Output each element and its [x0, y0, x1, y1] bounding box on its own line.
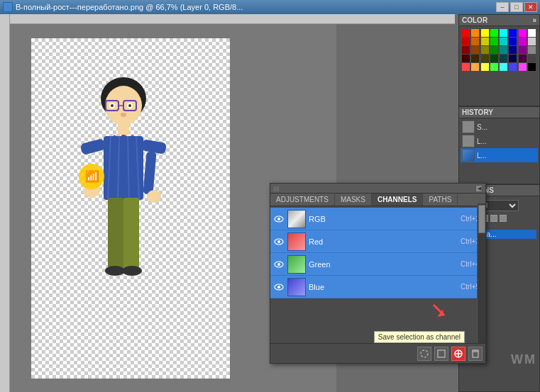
tab-masks[interactable]: MASKS [335, 194, 372, 206]
color-swatch[interactable] [462, 38, 470, 45]
tab-paths[interactable]: PATHS [423, 194, 458, 206]
color-swatch[interactable] [509, 46, 517, 54]
color-panel-title: COLOR [462, 16, 487, 24]
tab-adjustments[interactable]: ADJUSTMENTS [270, 194, 335, 206]
color-swatch[interactable] [481, 46, 489, 54]
eye-icon-blue[interactable] [273, 281, 285, 293]
channel-name-red: Red [309, 237, 458, 246]
color-swatch[interactable] [519, 29, 527, 37]
color-swatch[interactable] [528, 38, 536, 45]
color-swatch[interactable] [509, 38, 517, 45]
color-swatch[interactable] [481, 63, 489, 71]
history-thumb-3 [462, 149, 475, 162]
color-swatch[interactable] [462, 46, 470, 54]
color-swatch[interactable] [500, 29, 507, 37]
scrollbar-thumb[interactable] [478, 205, 485, 233]
eye-icon-rgb[interactable] [273, 213, 285, 225]
svg-point-27 [122, 266, 142, 276]
minimize-button[interactable]: – [496, 2, 509, 12]
color-swatch[interactable] [462, 29, 470, 37]
color-swatch[interactable] [490, 55, 498, 62]
svg-point-38 [421, 350, 428, 357]
eye-icon-green[interactable] [273, 259, 285, 270]
save-selection-tooltip: Save selection as channel [374, 331, 465, 343]
color-swatch[interactable] [471, 46, 479, 54]
load-channel-button[interactable] [417, 347, 431, 361]
close-button[interactable]: ✕ [524, 2, 537, 12]
svg-line-46 [434, 305, 444, 315]
svg-rect-25 [123, 198, 139, 269]
color-swatch[interactable] [519, 46, 527, 54]
panel-scrollbar[interactable] [477, 203, 485, 343]
color-panel-expand[interactable]: » [532, 16, 536, 24]
svg-point-31 [277, 218, 280, 220]
history-panel: HISTORY S... L... L... [458, 106, 540, 184]
channel-options-button[interactable] [434, 347, 448, 361]
color-swatch[interactable] [528, 46, 536, 54]
svg-point-29 [147, 190, 161, 203]
color-swatch[interactable] [509, 63, 517, 71]
color-swatch[interactable] [528, 29, 536, 37]
channel-row-green[interactable]: Green Ctrl+4 [270, 253, 485, 276]
color-swatch[interactable] [500, 55, 507, 62]
channel-thumb-rgb [287, 210, 306, 228]
lock-image-icon[interactable] [490, 215, 497, 222]
color-swatch[interactable] [528, 55, 536, 62]
color-swatch[interactable] [500, 63, 507, 71]
channels-panel: |||| ◀ ADJUSTMENTS MASKS CHANNELS PATHS … [270, 183, 486, 364]
color-swatch[interactable] [462, 55, 470, 62]
color-swatch[interactable] [519, 63, 527, 71]
channel-row-red[interactable]: Red Ctrl+3 [270, 230, 485, 253]
color-swatch[interactable] [471, 29, 479, 37]
delete-channel-button[interactable] [468, 347, 483, 361]
color-swatch[interactable] [490, 38, 498, 45]
eye-icon-red[interactable] [273, 236, 285, 247]
color-swatch[interactable] [481, 55, 489, 62]
color-swatch[interactable] [500, 46, 507, 54]
color-swatch[interactable] [500, 38, 507, 45]
svg-point-33 [277, 240, 280, 243]
channel-thumb-blue [287, 278, 306, 296]
color-swatch[interactable] [509, 29, 517, 37]
panel-collapse-button[interactable]: ◀ [475, 185, 483, 192]
channel-thumb-green [287, 255, 306, 274]
history-thumb-1 [462, 121, 475, 133]
svg-rect-24 [108, 198, 123, 269]
color-swatch[interactable] [528, 63, 536, 71]
character-svg: 📶 [53, 60, 194, 371]
color-swatch[interactable] [471, 55, 479, 62]
color-swatch[interactable] [490, 63, 498, 71]
color-swatch[interactable] [490, 46, 498, 54]
history-item[interactable]: S... [461, 120, 538, 134]
color-swatch[interactable] [481, 29, 489, 37]
panel-bottom-bar: Save selection as channel [270, 343, 485, 363]
svg-point-9 [121, 113, 126, 117]
channel-name-rgb: RGB [309, 215, 458, 223]
channel-list: RGB Ctrl+2 Red Ctrl+3 Gr [270, 206, 485, 300]
save-selection-button[interactable]: Save selection as channel [451, 347, 465, 361]
color-swatch[interactable] [519, 38, 527, 45]
color-swatch[interactable] [462, 63, 470, 71]
svg-rect-19 [80, 138, 106, 155]
svg-marker-47 [437, 310, 444, 317]
svg-point-8 [128, 104, 131, 107]
tab-channels[interactable]: CHANNELS [372, 194, 424, 206]
color-swatch[interactable] [481, 38, 489, 45]
color-swatch[interactable] [519, 55, 527, 62]
history-item[interactable]: L... [461, 134, 538, 148]
history-panel-title: HISTORY [462, 108, 493, 116]
color-swatch[interactable] [471, 63, 479, 71]
channel-row-blue[interactable]: Blue Ctrl+5 [270, 276, 485, 298]
history-item-active[interactable]: L... [461, 148, 538, 162]
lock-position-icon[interactable] [500, 215, 507, 222]
channel-row-rgb[interactable]: RGB Ctrl+2 [270, 208, 485, 230]
tab-strip: ADJUSTMENTS MASKS CHANNELS PATHS [270, 194, 485, 206]
window-title: B-полный-рост---переработано.png @ 66,7%… [16, 3, 496, 11]
color-swatch[interactable] [490, 29, 498, 37]
svg-rect-10 [118, 122, 129, 135]
color-swatch[interactable] [471, 38, 479, 45]
color-swatch[interactable] [509, 55, 517, 62]
layer-name[interactable]: La... [480, 230, 536, 239]
svg-point-26 [105, 266, 125, 276]
maximize-button[interactable]: □ [510, 2, 523, 12]
